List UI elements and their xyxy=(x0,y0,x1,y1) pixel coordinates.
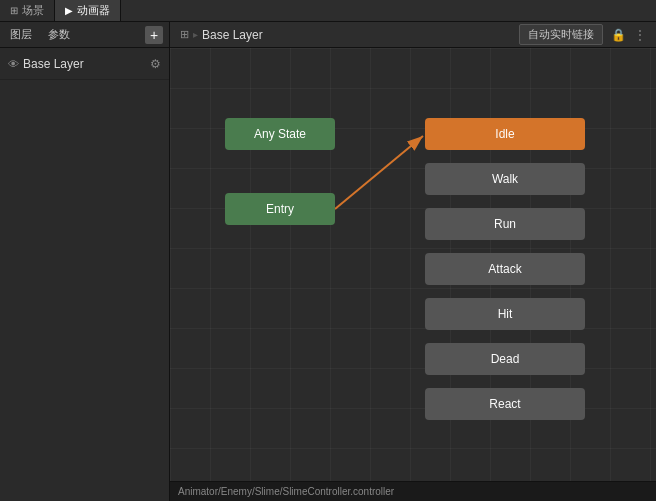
main-layout: 图层 参数 + 👁 Base Layer ⚙ ⊞ ▸ Base Layer 自动… xyxy=(0,22,656,501)
header-right: 自动实时链接 🔒 ⋮ xyxy=(519,24,646,45)
lock-icon[interactable]: 🔒 xyxy=(611,28,626,42)
auto-connect-button[interactable]: 自动实时链接 xyxy=(519,24,603,45)
state-run[interactable]: Run xyxy=(425,208,585,240)
state-react[interactable]: React xyxy=(425,388,585,420)
state-dead[interactable]: Dead xyxy=(425,343,585,375)
state-hit[interactable]: Hit xyxy=(425,298,585,330)
sidebar-tab-layers[interactable]: 图层 xyxy=(6,25,36,44)
sidebar-tab-params[interactable]: 参数 xyxy=(44,25,74,44)
tab-animator[interactable]: ▶ 动画器 xyxy=(55,0,121,21)
tab-scene-label: 场景 xyxy=(22,3,44,18)
footer-path: Animator/Enemy/Slime/SlimeController.con… xyxy=(170,481,656,501)
state-idle[interactable]: Idle xyxy=(425,118,585,150)
sidebar: 图层 参数 + 👁 Base Layer ⚙ xyxy=(0,22,170,501)
tab-bar: ⊞ 场景 ▶ 动画器 xyxy=(0,0,656,22)
sidebar-add-button[interactable]: + xyxy=(145,26,163,44)
layer-row-base[interactable]: 👁 Base Layer ⚙ xyxy=(0,48,169,80)
state-any-state[interactable]: Any State xyxy=(225,118,335,150)
state-entry[interactable]: Entry xyxy=(225,193,335,225)
tab-scene[interactable]: ⊞ 场景 xyxy=(0,0,55,21)
gear-icon[interactable]: ⚙ xyxy=(150,57,161,71)
right-panel: ⊞ ▸ Base Layer 自动实时链接 🔒 ⋮ xyxy=(170,22,656,501)
svg-line-1 xyxy=(335,136,423,209)
animator-canvas[interactable]: Any State Entry Idle Walk Run Attack Hit… xyxy=(170,48,656,501)
state-attack[interactable]: Attack xyxy=(425,253,585,285)
tab-animator-label: 动画器 xyxy=(77,3,110,18)
layer-name-base: Base Layer xyxy=(23,57,150,71)
menu-icon[interactable]: ⋮ xyxy=(634,28,646,42)
scene-icon: ⊞ xyxy=(10,5,18,16)
breadcrumb-home-icon[interactable]: ⊞ xyxy=(180,28,189,41)
right-header: ⊞ ▸ Base Layer 自动实时链接 🔒 ⋮ xyxy=(170,22,656,48)
breadcrumb-separator: ▸ xyxy=(193,29,198,40)
breadcrumb: ⊞ ▸ Base Layer xyxy=(180,28,263,42)
eye-icon[interactable]: 👁 xyxy=(8,58,19,70)
sidebar-toolbar: 图层 参数 + xyxy=(0,22,169,48)
breadcrumb-current: Base Layer xyxy=(202,28,263,42)
state-walk[interactable]: Walk xyxy=(425,163,585,195)
animator-icon: ▶ xyxy=(65,5,73,16)
